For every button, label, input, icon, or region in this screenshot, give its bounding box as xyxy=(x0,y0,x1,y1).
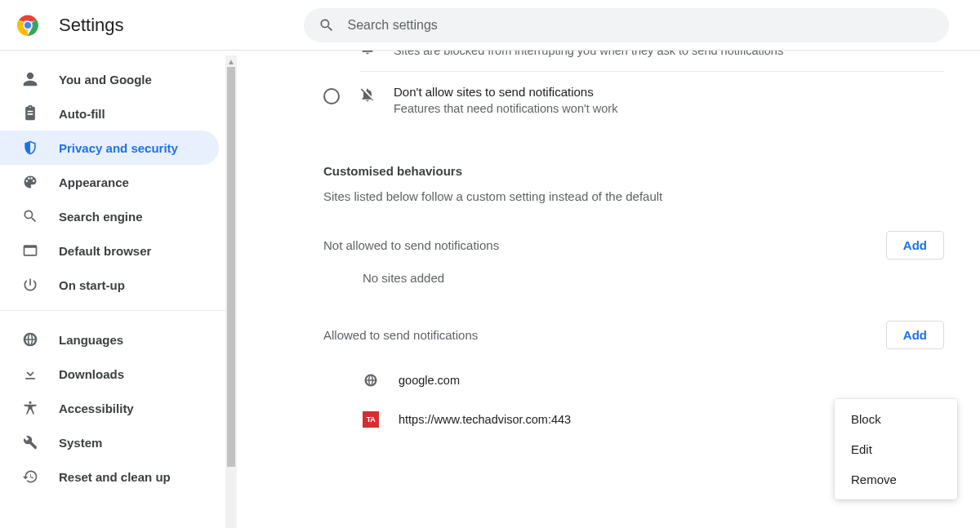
site-action-menu: Block Edit Remove xyxy=(835,399,957,499)
notification-block-option[interactable]: Don't allow sites to send notifications … xyxy=(323,73,944,126)
svg-point-4 xyxy=(24,21,31,28)
bell-icon xyxy=(359,51,377,58)
search-icon xyxy=(318,17,335,33)
sidebar: You and Google Auto-fill Privacy and sec… xyxy=(0,51,225,528)
sidebar-item-you-and-google[interactable]: You and Google xyxy=(0,62,219,96)
sidebar-item-appearance[interactable]: Appearance xyxy=(0,165,219,199)
allowed-label: Allowed to send notifications xyxy=(323,328,478,342)
sidebar-item-label: Downloads xyxy=(59,367,124,381)
restore-icon xyxy=(21,468,39,486)
globe-icon xyxy=(363,372,379,388)
site-name: https://www.techadvisor.com:443 xyxy=(399,413,571,426)
customised-behaviours-heading: Customised behaviours xyxy=(323,164,944,178)
sidebar-item-label: Reset and clean up xyxy=(59,470,171,484)
sidebar-item-default-browser[interactable]: Default browser xyxy=(0,233,219,268)
sidebar-item-search-engine[interactable]: Search engine xyxy=(0,199,219,233)
globe-icon xyxy=(21,331,39,348)
bell-off-icon xyxy=(359,87,377,105)
page-title: Settings xyxy=(59,15,124,36)
sidebar-item-label: Languages xyxy=(59,333,123,347)
sidebar-item-privacy-security[interactable]: Privacy and security xyxy=(0,131,219,165)
sidebar-item-system[interactable]: System xyxy=(0,425,219,459)
wrench-icon xyxy=(21,433,39,451)
add-not-allowed-button[interactable]: Add xyxy=(886,231,944,260)
person-icon xyxy=(21,70,39,88)
sidebar-item-on-startup[interactable]: On start-up xyxy=(0,268,219,302)
not-allowed-label: Not allowed to send notifications xyxy=(323,238,499,252)
option-desc: Sites are blocked from interrupting you … xyxy=(394,51,944,57)
customised-behaviours-sub: Sites listed below follow a custom setti… xyxy=(323,189,944,203)
sidebar-item-label: Accessibility xyxy=(59,402,134,415)
search-icon xyxy=(21,207,39,225)
sidebar-item-label: Appearance xyxy=(59,175,129,189)
clipboard-icon xyxy=(21,104,39,122)
allowed-site-row[interactable]: google.com xyxy=(323,361,944,400)
not-allowed-header: Not allowed to send notifications Add xyxy=(323,231,944,260)
radio-icon[interactable] xyxy=(323,88,340,104)
shield-icon xyxy=(21,139,39,157)
header: Settings xyxy=(0,0,980,51)
add-allowed-button[interactable]: Add xyxy=(886,321,944,349)
sidebar-item-label: Auto-fill xyxy=(59,107,105,121)
menu-item-block[interactable]: Block xyxy=(835,404,957,434)
sidebar-item-auto-fill[interactable]: Auto-fill xyxy=(0,96,219,131)
sidebar-item-label: You and Google xyxy=(59,73,152,87)
download-icon xyxy=(21,365,39,383)
sidebar-item-reset-cleanup[interactable]: Reset and clean up xyxy=(0,459,219,494)
power-icon xyxy=(21,276,39,294)
menu-item-edit[interactable]: Edit xyxy=(835,434,957,464)
sidebar-divider xyxy=(0,310,225,311)
option-divider xyxy=(359,71,944,72)
notification-default-option[interactable]: Sites are blocked from interrupting you … xyxy=(323,51,944,69)
search-input[interactable] xyxy=(348,18,934,33)
chrome-logo-icon xyxy=(16,14,39,37)
search-box[interactable] xyxy=(304,8,949,42)
sidebar-item-languages[interactable]: Languages xyxy=(0,322,219,357)
sidebar-item-label: Default browser xyxy=(59,244,151,258)
palette-icon xyxy=(21,173,39,191)
sidebar-item-label: System xyxy=(59,436,102,450)
favicon-icon: TA xyxy=(363,411,379,428)
option-desc: Features that need notifications won't w… xyxy=(394,102,944,115)
menu-item-remove[interactable]: Remove xyxy=(835,464,957,495)
sidebar-item-label: On start-up xyxy=(59,278,125,292)
accessibility-icon xyxy=(21,399,39,417)
not-allowed-empty: No sites added xyxy=(323,271,944,285)
site-name: google.com xyxy=(399,374,460,387)
option-title: Don't allow sites to send notifications xyxy=(394,85,944,99)
main-content: Sites are blocked from interrupting you … xyxy=(225,51,980,528)
allowed-header: Allowed to send notifications Add xyxy=(323,321,944,349)
sidebar-item-accessibility[interactable]: Accessibility xyxy=(0,391,219,425)
sidebar-item-downloads[interactable]: Downloads xyxy=(0,357,219,391)
window-icon xyxy=(21,242,39,260)
sidebar-item-label: Privacy and security xyxy=(59,141,178,155)
sidebar-item-label: Search engine xyxy=(59,210,143,224)
